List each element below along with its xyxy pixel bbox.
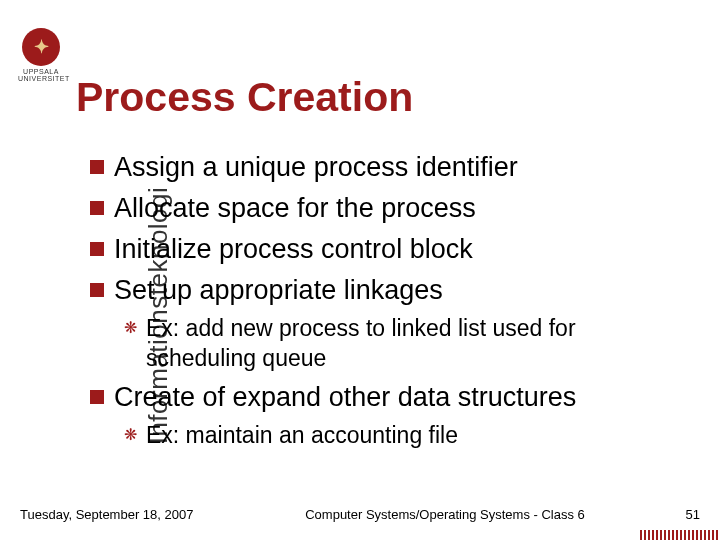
content-area: Assign a unique process identifier Alloc… (90, 150, 690, 457)
bullet-level1: Assign a unique process identifier (90, 150, 690, 185)
square-bullet-icon (90, 201, 104, 215)
university-logo: ✦ UPPSALA UNIVERSITET (18, 28, 64, 82)
square-bullet-icon (90, 160, 104, 174)
logo-glyph-icon: ✦ (34, 38, 49, 56)
bullet-level1: Create of expand other data structures (90, 380, 690, 415)
square-bullet-icon (90, 283, 104, 297)
logo-seal-icon: ✦ (22, 28, 60, 66)
bullet-level2: ❋ Ex: add new process to linked list use… (124, 314, 690, 374)
square-bullet-icon (90, 390, 104, 404)
square-bullet-icon (90, 242, 104, 256)
bullet-level2: ❋ Ex: maintain an accounting file (124, 421, 690, 451)
bullet-text: Assign a unique process identifier (114, 150, 518, 185)
slide-title: Process Creation (76, 74, 413, 121)
bullet-level1: Set up appropriate linkages (90, 273, 690, 308)
footer-date: Tuesday, September 18, 2007 (20, 507, 240, 522)
logo-text: UPPSALA UNIVERSITET (18, 68, 64, 82)
bullet-text: Ex: add new process to linked list used … (146, 314, 690, 374)
bullet-text: Allocate space for the process (114, 191, 476, 226)
star-bullet-icon: ❋ (124, 428, 138, 442)
corner-stripes-icon (640, 530, 720, 540)
star-bullet-icon: ❋ (124, 321, 138, 335)
bullet-text: Set up appropriate linkages (114, 273, 443, 308)
footer: Tuesday, September 18, 2007 Computer Sys… (20, 507, 700, 522)
bullet-text: Create of expand other data structures (114, 380, 576, 415)
bullet-text: Ex: maintain an accounting file (146, 421, 458, 451)
footer-page-number: 51 (650, 507, 700, 522)
bullet-level1: Initialize process control block (90, 232, 690, 267)
bullet-level1: Allocate space for the process (90, 191, 690, 226)
slide: ✦ UPPSALA UNIVERSITET Process Creation I… (0, 0, 720, 540)
footer-course: Computer Systems/Operating Systems - Cla… (240, 507, 650, 522)
bullet-text: Initialize process control block (114, 232, 473, 267)
